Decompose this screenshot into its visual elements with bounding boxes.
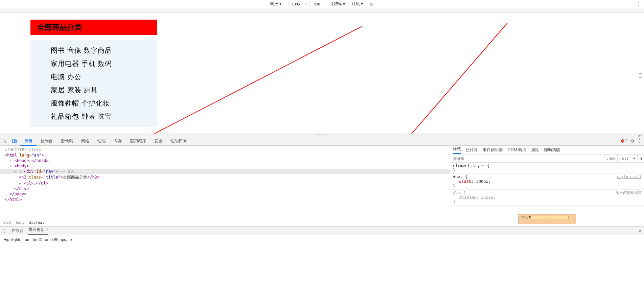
crumb-nav[interactable]: div#nav bbox=[29, 220, 44, 225]
breadcrumb: html body div#nav bbox=[0, 219, 450, 226]
list-item: 家用电器 手机 数码 bbox=[51, 57, 157, 70]
category-list: 图书 音像 数字商品 家用电器 手机 数码 电脑 办公 家居 家装 厨具 服饰鞋… bbox=[30, 40, 157, 127]
panel-resizer[interactable]: ◩ bbox=[0, 134, 644, 136]
crumb-body[interactable]: body bbox=[16, 220, 25, 225]
stab-listeners[interactable]: 事件侦听器 bbox=[483, 147, 503, 153]
hov-toggle[interactable]: :hov bbox=[604, 155, 618, 163]
svg-rect-2 bbox=[13, 139, 15, 143]
styles-tabbar: 样式 已计算 事件侦听器 DOM 断点 属性 辅助功能 bbox=[450, 146, 644, 155]
tab-memory[interactable]: 内存 bbox=[110, 136, 126, 146]
more-icon[interactable]: ⋮ bbox=[636, 1, 641, 7]
doctype-node[interactable]: <!DOCTYPE html> bbox=[5, 147, 41, 152]
margin-box[interactable]: margin - bbox=[519, 214, 576, 224]
body-close-node[interactable]: </body> bbox=[9, 192, 27, 196]
tab-lighthouse[interactable]: 性能评测 bbox=[166, 136, 191, 146]
body-node[interactable]: <body> bbox=[14, 164, 29, 168]
selected-node[interactable]: ⋯ ▾ <div id="nav"> == $0 bbox=[0, 169, 450, 174]
console-drawer: ⋮ 控制台 最近更新× × Highlights from the Chrome… bbox=[0, 226, 644, 244]
styles-filter-row: :hov .cls + ◨ bbox=[450, 155, 644, 163]
devtools-tabbar: 元素 控制台 源代码 网络 性能 内存 应用程序 安全 性能评测 ✕2 ⚙ ⋮ bbox=[0, 136, 644, 146]
stab-a11y[interactable]: 辅助功能 bbox=[544, 147, 560, 153]
tab-console[interactable]: 控制台 bbox=[37, 136, 57, 146]
dimension-separator: × bbox=[305, 2, 307, 6]
nav-close-node[interactable]: </div> bbox=[14, 186, 29, 191]
device-toolbar: 响应 ▾ × 125% ▾ 联机 ▾ ⊘ ⋮ bbox=[0, 0, 644, 8]
drawer-menu-icon[interactable]: ⋮ bbox=[3, 229, 7, 233]
html-close-node[interactable]: </html> bbox=[5, 197, 22, 202]
head-node[interactable]: <head> bbox=[14, 158, 29, 163]
list-item: 图书 音像 数字商品 bbox=[51, 44, 157, 57]
scroll-handle[interactable] bbox=[639, 69, 642, 78]
close-drawer-icon[interactable]: × bbox=[639, 229, 641, 233]
width-input[interactable] bbox=[288, 1, 303, 7]
tab-elements[interactable]: 元素 bbox=[20, 136, 37, 146]
zoom-dropdown[interactable]: 125% ▾ bbox=[331, 2, 345, 6]
styles-rules[interactable]: element.style { } style.css:1 #nav { wid… bbox=[450, 163, 644, 212]
list-item: 服饰鞋帽 个护化妆 bbox=[51, 97, 157, 110]
viewport: 全部商品分类 图书 音像 数字商品 家用电器 手机 数码 电脑 办公 家居 家装… bbox=[0, 13, 644, 134]
tab-network[interactable]: 网络 bbox=[77, 136, 93, 146]
crumb-html[interactable]: html bbox=[3, 220, 12, 225]
add-rule-icon[interactable]: + bbox=[631, 155, 638, 163]
html-node[interactable]: <html lang="en"> bbox=[5, 153, 44, 158]
ua-label: 用户代理样式表 bbox=[615, 190, 641, 195]
device-icon[interactable] bbox=[12, 138, 18, 144]
rule-element-style[interactable]: element.style { } bbox=[450, 163, 644, 174]
rule-nav[interactable]: style.css:1 #nav { width: 300px; } bbox=[450, 174, 644, 190]
rotate-icon[interactable]: ⊘ bbox=[370, 1, 374, 7]
tab-performance[interactable]: 性能 bbox=[93, 136, 110, 146]
whatsnew-message: Highlights from the Chrome 86 update bbox=[3, 237, 72, 242]
box-model: margin - bbox=[450, 212, 644, 226]
drawer-tabbar: ⋮ 控制台 最近更新× × bbox=[0, 227, 644, 235]
responsive-dropdown[interactable]: 响应 ▾ bbox=[270, 1, 281, 7]
nav-title: 全部商品分类 bbox=[30, 20, 157, 35]
drawer-tab-whatsnew[interactable]: 最近更新× bbox=[28, 227, 48, 235]
nav-container: 全部商品分类 图书 音像 数字商品 家用电器 手机 数码 电脑 办公 家居 家装… bbox=[30, 20, 157, 127]
dock-icon[interactable]: ◩ bbox=[638, 134, 641, 138]
filter-input[interactable] bbox=[450, 157, 604, 161]
list-item: 礼品箱包 钟表 珠宝 bbox=[51, 110, 157, 123]
source-link[interactable]: style.css:1 bbox=[617, 174, 641, 179]
height-input[interactable] bbox=[309, 1, 324, 7]
dock-side-icon[interactable]: ◨ bbox=[637, 155, 644, 163]
tab-security[interactable]: 安全 bbox=[150, 136, 166, 146]
drawer-tab-console[interactable]: 控制台 bbox=[12, 228, 24, 234]
throttle-dropdown[interactable]: 联机 ▾ bbox=[352, 1, 363, 7]
elements-tree[interactable]: <!DOCTYPE html> <html lang="en"> ▸ <head… bbox=[0, 146, 450, 219]
ruler bbox=[0, 8, 644, 13]
tab-application[interactable]: 应用程序 bbox=[126, 136, 150, 146]
ul-node[interactable]: <ul> bbox=[24, 181, 33, 186]
list-item: 电脑 办公 bbox=[51, 70, 157, 84]
stab-props[interactable]: 属性 bbox=[531, 147, 539, 153]
kebab-icon[interactable]: ⋮ bbox=[637, 139, 641, 143]
tab-sources[interactable]: 源代码 bbox=[57, 136, 77, 146]
h2-node[interactable]: <h2 class="title">全部商品分类</h2> bbox=[0, 174, 450, 181]
inspect-icon[interactable] bbox=[3, 138, 9, 144]
stab-dombp[interactable]: DOM 断点 bbox=[508, 147, 526, 153]
styles-panel: 样式 已计算 事件侦听器 DOM 断点 属性 辅助功能 :hov .cls + … bbox=[450, 146, 644, 226]
error-badge[interactable]: ✕2 bbox=[621, 139, 627, 143]
cls-toggle[interactable]: .cls bbox=[617, 155, 631, 163]
close-icon[interactable]: × bbox=[46, 227, 48, 232]
devtools-body: <!DOCTYPE html> <html lang="en"> ▸ <head… bbox=[0, 146, 644, 226]
gear-icon[interactable]: ⚙ bbox=[630, 138, 635, 144]
stab-computed[interactable]: 已计算 bbox=[466, 147, 478, 153]
stab-styles[interactable]: 样式 bbox=[453, 146, 461, 154]
list-item: 家居 家装 厨具 bbox=[51, 84, 157, 97]
rule-div-ua[interactable]: 用户代理样式表 div { display: block; } bbox=[450, 190, 644, 206]
drawer-content: Highlights from the Chrome 86 update bbox=[0, 235, 644, 244]
